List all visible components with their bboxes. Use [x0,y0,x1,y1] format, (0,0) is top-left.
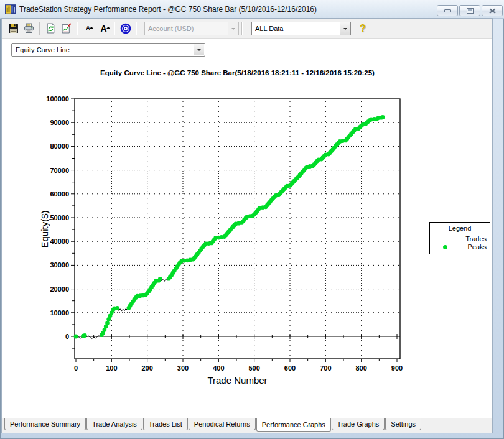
font-increase-button[interactable]: A [96,21,111,36]
x-tick-label: 100 [106,364,117,372]
account-selector[interactable]: Account (USD) [144,22,239,35]
bullseye-icon [120,23,131,34]
y-tick-label: 60000 [50,190,69,198]
x-tick-label: 200 [141,364,152,372]
x-tick-label: 500 [248,364,259,372]
peak-dot [381,115,385,119]
font-decrease-arrow-icon [90,25,93,29]
peaks-dots [74,115,385,338]
tab-trade-analysis[interactable]: Trade Analysis [86,418,142,430]
tradestation-logo-icon [5,4,16,15]
tab-trades-list[interactable]: Trades List [143,418,188,430]
chevron-down-icon [343,28,347,32]
toolbar-separator [136,22,137,35]
legend-label-peaks: Peaks [467,243,487,251]
x-tick-label: 700 [320,364,331,372]
close-button[interactable] [482,5,503,16]
tab-performance-graphs[interactable]: Performance Graphs [256,418,331,432]
client-area: A A Account (USD) ALL Data [2,19,492,433]
save-icon [8,23,19,34]
peak-dot [105,321,110,325]
refresh-button[interactable] [43,21,58,36]
print-icon [24,23,34,34]
y-tick-label: 70000 [50,167,69,174]
gridlines [75,99,400,359]
y-tick-label: 50000 [50,214,69,221]
x-tick-label: 300 [177,364,189,372]
peak-dot [115,306,119,310]
tab-periodical-returns[interactable]: Periodical Returns [189,418,256,430]
export-report-icon [61,23,72,34]
plot-frame [75,99,400,359]
x-tick-label: 400 [213,364,224,372]
font-decrease-button[interactable]: A [80,21,96,36]
account-selector-value: Account (USD) [148,25,228,32]
x-tick-label: 900 [391,364,403,372]
y-tick-label: 20000 [50,285,69,293]
restore-icon [467,8,474,14]
toolbar-separator [39,22,40,35]
data-range-dropdown-button[interactable] [340,22,350,35]
close-icon [489,8,496,14]
tab-performance-summary[interactable]: Performance Summary [4,418,86,430]
font-increase-arrow-icon [106,25,110,29]
data-range-selector[interactable]: ALL Data [251,22,351,35]
x-tick-label: 600 [284,364,296,372]
export-report-button[interactable] [58,21,74,36]
toolbar-separator [241,22,243,35]
title-bar[interactable]: TradeStation Strategy Performance Report… [0,0,504,19]
chart-legend: Legend Trades Peaks [429,222,490,254]
peak-dot [83,333,87,338]
restore-button[interactable] [459,5,480,16]
y-tick-labels: 0100002000030000400005000060000700008000… [46,95,69,340]
refresh-icon [45,23,56,34]
account-selector-dropdown-button [228,22,238,35]
equity-curve-chart: 0100200300400500600700800900010000200003… [2,39,492,400]
window-title: TradeStation Strategy Performance Report… [19,5,317,14]
x-tick-label: 800 [355,364,366,372]
toolbar-separator [77,22,78,35]
y-tick-label: 90000 [50,119,69,126]
minimize-button[interactable] [437,5,458,16]
data-range-selector-value: ALL Data [255,25,340,32]
legend-label-trades: Trades [465,235,487,243]
y-tick-label: 10000 [50,309,69,317]
x-tick-label: 0 [74,364,78,372]
bullseye-button[interactable] [118,21,133,36]
y-tick-label: 40000 [50,238,69,245]
y-tick-label: 0 [65,333,69,340]
print-button[interactable] [21,21,37,36]
peak-dot [158,277,162,281]
x-tick-labels: 0100200300400500600700800900 [74,364,403,372]
y-tick-label: 80000 [50,142,69,150]
app-icon [5,4,16,15]
y-tick-label: 30000 [50,261,69,269]
trades-line-swatch [434,239,463,239]
trades-line [76,117,383,338]
toolbar: A A Account (USD) ALL Data [2,19,492,39]
save-button[interactable] [6,21,21,36]
tab-trade-graphs[interactable]: Trade Graphs [332,418,385,430]
legend-title: Legend [430,224,490,232]
minimize-icon [444,9,451,12]
tab-bar: Performance SummaryTrade AnalysisTrades … [2,418,492,433]
tab-settings[interactable]: Settings [385,418,421,430]
peaks-dot-swatch [443,245,447,249]
chevron-down-icon [231,28,235,32]
y-tick-label: 100000 [46,95,69,103]
help-icon[interactable]: ? [360,23,366,34]
peak-dot [74,335,78,339]
application-window: TradeStation Strategy Performance Report… [0,0,504,439]
toolbar-separator [114,22,115,35]
report-content: Equity Curve Line Equity Curve Line - @G… [2,39,492,418]
